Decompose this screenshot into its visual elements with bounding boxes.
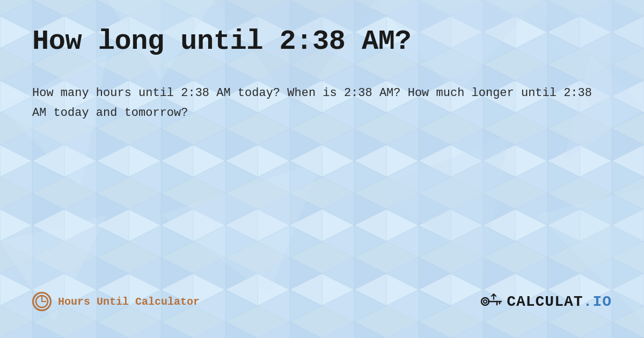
footer: Hours Until Calculator CALCULAT.IO bbox=[32, 292, 612, 317]
footer-label: Hours Until Calculator bbox=[58, 296, 200, 308]
brand-accent: .IO bbox=[583, 293, 612, 310]
svg-point-22 bbox=[484, 300, 487, 303]
brand-icon bbox=[481, 292, 502, 311]
brand-text: CALCULAT.IO bbox=[507, 293, 612, 310]
footer-left: Hours Until Calculator bbox=[32, 292, 200, 311]
page-description: How many hours until 2:38 AM today? When… bbox=[32, 83, 596, 123]
svg-point-18 bbox=[36, 296, 48, 307]
brand: CALCULAT.IO bbox=[481, 292, 612, 311]
page-title: How long until 2:38 AM? bbox=[32, 26, 612, 57]
clock-icon bbox=[32, 292, 52, 311]
main-content: How long until 2:38 AM? How many hours u… bbox=[32, 26, 612, 292]
